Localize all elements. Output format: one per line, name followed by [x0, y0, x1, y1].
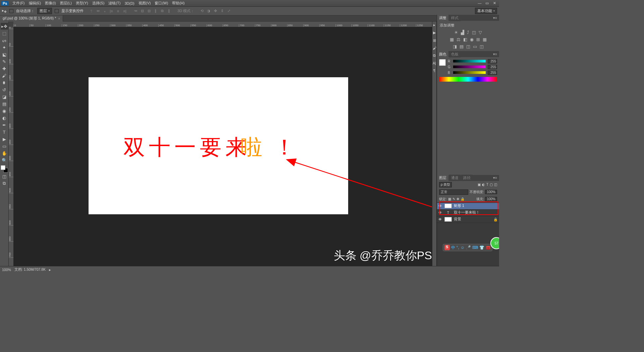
menu-image[interactable]: 图像(I) [43, 0, 58, 6]
styles-tab[interactable]: 样式 [449, 15, 461, 21]
history-brush-tool[interactable]: ↺ [1, 86, 8, 93]
char-panel-icon[interactable]: A| [433, 61, 436, 65]
layers-tab[interactable]: 图层 [437, 175, 448, 181]
dodge-tool[interactable]: ◐ [1, 115, 8, 121]
blend-mode-select[interactable]: 正常 [439, 189, 468, 195]
align-bottom-icon[interactable]: ⍖ [102, 8, 108, 14]
lock-all-icon[interactable]: 🔒 [461, 197, 465, 201]
align-vmid-icon[interactable]: ⇔ [95, 8, 101, 14]
actions-panel-icon[interactable]: ▶ [433, 31, 436, 35]
visibility-icon[interactable]: 👁 [438, 217, 442, 221]
canvas[interactable]: 双十一要来啦！ [89, 77, 348, 214]
color-tab[interactable]: 颜色 [437, 51, 448, 57]
ime-lang[interactable]: 中 [451, 245, 455, 251]
g-value[interactable]: 255 [488, 65, 497, 69]
align-hcenter-icon[interactable]: ≡ [115, 8, 121, 14]
gradient-map-icon[interactable]: ▭ [473, 44, 477, 49]
layer-row-bg[interactable]: 👁 背景 🔒 [437, 216, 499, 223]
layer-filter-kind[interactable]: ρ 类型 [439, 182, 452, 187]
para-panel-icon[interactable]: ¶ [433, 69, 435, 73]
visibility-icon[interactable]: 👁 [438, 204, 442, 208]
3d-scale-icon[interactable]: ⤢ [226, 8, 232, 14]
r-value[interactable]: 255 [488, 59, 497, 63]
ime-toolbox-icon[interactable]: 🧰 [486, 245, 491, 250]
type-tool[interactable]: T [1, 129, 8, 135]
ime-keyboard-icon[interactable]: ⌨ [472, 245, 478, 250]
hand-tool[interactable]: ✋ [1, 150, 8, 157]
lasso-tool[interactable]: ᔕ [1, 37, 8, 44]
dist-5-icon[interactable]: ⧉ [159, 8, 165, 14]
zoom-tool[interactable]: 🔍 [1, 157, 8, 164]
status-chevron-icon[interactable]: ▸ [49, 268, 51, 272]
screenmode-tool[interactable]: ⧉ [1, 180, 8, 187]
ime-mic-icon[interactable]: 🎤 [466, 245, 471, 250]
b-slider[interactable] [453, 71, 486, 75]
layer-row-shape[interactable]: 👁 矩形 1 [437, 203, 499, 210]
eyedropper-tool[interactable]: ✎ [1, 58, 8, 65]
menu-3d[interactable]: 3D(D) [122, 1, 136, 6]
magic-wand-tool[interactable]: ✦ [1, 44, 8, 51]
bw-icon[interactable]: ◧ [463, 37, 467, 42]
align-top-icon[interactable]: ⍑ [88, 8, 94, 14]
eraser-tool[interactable]: ◪ [1, 93, 8, 100]
channels-tab[interactable]: 通道 [449, 175, 461, 181]
path-select-tool[interactable]: ▶ [1, 136, 8, 142]
marquee-tool[interactable]: ⬚ [1, 30, 8, 37]
filter-smart-icon[interactable]: ◫ [494, 183, 497, 186]
adjustments-tab[interactable]: 调整 [437, 15, 448, 21]
levels-icon[interactable]: ▟ [461, 30, 464, 35]
lock-trans-icon[interactable]: ▦ [448, 197, 451, 201]
lock-pixel-icon[interactable]: ✎ [452, 197, 455, 201]
workspace-switcher[interactable]: 基本功能▾ [475, 8, 497, 14]
healing-tool[interactable]: ✚ [1, 65, 8, 72]
minimize-button[interactable]: — [476, 1, 483, 5]
tab-close-icon[interactable]: × [58, 16, 60, 20]
menu-file[interactable]: 文件(F) [10, 0, 26, 6]
g-slider[interactable] [453, 65, 486, 69]
menu-type[interactable]: 类型(Y) [74, 0, 90, 6]
panel-menu-icon[interactable]: ▾≡ [491, 16, 499, 20]
panel-menu-icon[interactable]: ▾≡ [491, 52, 499, 56]
blur-tool[interactable]: ◉ [1, 107, 8, 114]
brush-tool[interactable]: 🖌 [1, 72, 8, 79]
auto-select-target[interactable]: 图层▾ [37, 8, 52, 14]
lock-pos-icon[interactable]: ✥ [457, 197, 459, 201]
vibrance-icon[interactable]: ▽ [479, 30, 482, 35]
opacity-value[interactable]: 100% [485, 190, 497, 194]
swatches-tab[interactable]: 色板 [449, 51, 461, 57]
maximize-button[interactable]: ▭ [484, 1, 490, 5]
brush-panel-icon[interactable]: 🖌 [433, 46, 436, 50]
pen-tool[interactable]: ✒ [1, 122, 8, 128]
panel-menu-icon[interactable]: ▾≡ [491, 176, 499, 180]
photo-filter-icon[interactable]: ◉ [470, 37, 474, 42]
zoom-value[interactable]: 100% [2, 268, 11, 272]
mixer-icon[interactable]: ⊞ [476, 37, 480, 42]
close-button[interactable]: ✕ [491, 1, 498, 5]
menu-view[interactable]: 视图(V) [137, 0, 153, 6]
3d-roll-icon[interactable]: ◑ [206, 8, 212, 14]
filter-type-icon[interactable]: T [486, 183, 488, 186]
ime-punct-icon[interactable]: °, [457, 245, 459, 250]
properties-panel-icon[interactable]: ⊞ [433, 38, 436, 43]
r-slider[interactable] [453, 60, 486, 63]
ime-emoji-icon[interactable]: ☺ [461, 245, 465, 250]
filter-adj-icon[interactable]: ◐ [482, 183, 485, 186]
menu-help[interactable]: 帮助(H) [170, 0, 186, 6]
ime-toolbar[interactable]: S 中 °, ☺ 🎤 ⌨ 👕 🧰 [443, 244, 492, 251]
dist-2-icon[interactable]: ⊟ [139, 8, 145, 14]
color-spectrum[interactable] [439, 77, 497, 82]
filter-pixel-icon[interactable]: ▣ [478, 183, 481, 186]
exposure-icon[interactable]: ◫ [472, 30, 476, 35]
3d-pan-icon[interactable]: ✥ [212, 8, 218, 14]
auto-select-checkbox[interactable] [9, 9, 13, 13]
show-transform-checkbox[interactable] [55, 9, 59, 13]
rectangle-tool[interactable]: ▭ [1, 143, 8, 149]
threshold-icon[interactable]: ◫ [466, 44, 470, 49]
3d-orbit-icon[interactable]: ⟲ [199, 8, 205, 14]
3d-slide-icon[interactable]: ⇕ [219, 8, 225, 14]
menu-edit[interactable]: 编辑(E) [27, 0, 43, 6]
hue-icon[interactable]: ▦ [450, 37, 454, 42]
document-tab[interactable]: gif.psd @ 100% (矩形 1, RGB/8) * × [0, 15, 63, 21]
dist-1-icon[interactable]: ≔ [132, 8, 139, 14]
canvas-area[interactable]: 双十一要来啦！ [13, 27, 437, 266]
